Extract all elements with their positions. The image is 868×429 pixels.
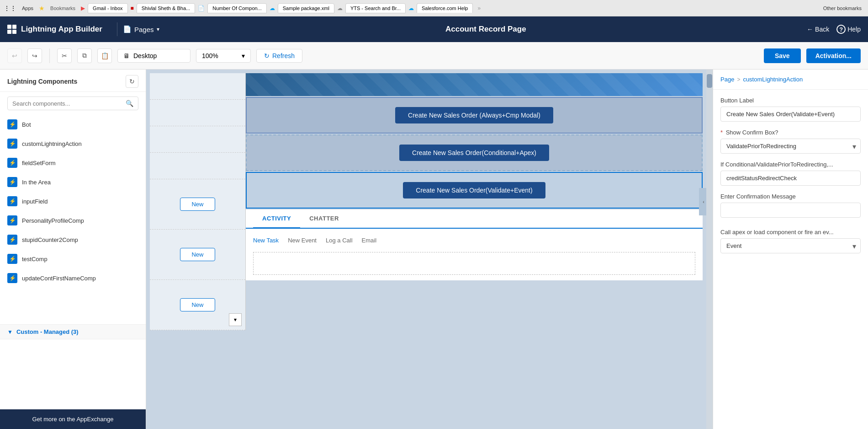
- paste-button[interactable]: 📋: [97, 48, 112, 63]
- search-box[interactable]: 🔍: [7, 97, 138, 110]
- list-item[interactable]: ⚡ stupidCounter2Comp: [0, 230, 146, 249]
- list-item[interactable]: ⚡ inputField: [0, 192, 146, 211]
- right-panel: Page > customLightningAction Button Labe…: [713, 70, 868, 429]
- show-confirm-select-wrapper: ValidatePriorToRedirecting Always Never …: [720, 139, 861, 154]
- device-label: Desktop: [133, 52, 157, 59]
- canvas-scroll[interactable]: New New New ▾ ‹: [146, 70, 713, 429]
- activation-button[interactable]: Activation...: [806, 48, 861, 63]
- list-item[interactable]: ⚡ fieldSetForm: [0, 153, 146, 172]
- app-name: Lightning App Builder: [21, 25, 102, 34]
- activity-tabs: New Task New Event Log a Call Email: [253, 234, 695, 247]
- canvas-header-band: [246, 73, 703, 96]
- main-layout: Lightning Components ↻ 🔍 ⚡ Bot ⚡ customL…: [0, 70, 868, 429]
- section-label: Custom - Managed (3): [16, 328, 79, 335]
- app-logo: Lightning App Builder: [7, 25, 117, 34]
- lightning-icon-5: ⚡: [7, 215, 17, 225]
- button-label-input[interactable]: [720, 107, 861, 122]
- lightning-icon-6: ⚡: [7, 235, 17, 245]
- confirm-message-input[interactable]: [720, 203, 861, 218]
- search-input[interactable]: [12, 100, 126, 107]
- component-name-8: updateContFirstNameComp: [22, 275, 96, 282]
- show-confirm-select[interactable]: ValidatePriorToRedirecting Always Never …: [720, 139, 861, 154]
- apps-tab[interactable]: Apps: [19, 5, 36, 12]
- nav-actions: ← Back ? Help: [807, 25, 861, 34]
- activity-tab-newtask[interactable]: New Task: [253, 234, 279, 247]
- list-item[interactable]: ⚡ customLightningAction: [0, 134, 146, 153]
- right-panel-header: Page > customLightningAction: [713, 70, 868, 90]
- other-bookmarks[interactable]: Other bookmarks: [820, 5, 864, 12]
- back-button[interactable]: ← Back: [807, 26, 829, 33]
- zoom-chevron-icon: ▾: [242, 52, 245, 59]
- save-button[interactable]: Save: [764, 48, 801, 63]
- activity-tab-newevent[interactable]: New Event: [288, 234, 317, 247]
- sidebar-header: Lightning Components ↻: [0, 70, 146, 92]
- tab-chatter[interactable]: CHATTER: [300, 209, 348, 228]
- redo-button[interactable]: ↪: [27, 48, 42, 63]
- refresh-label: Refresh: [272, 52, 295, 59]
- bookmarks-tab[interactable]: Bookmarks: [48, 5, 78, 12]
- pages-button[interactable]: 📄 Pages ▾: [117, 22, 165, 36]
- lightning-icon-8: ⚡: [7, 273, 17, 283]
- toolbar-separator-1: [49, 48, 50, 63]
- refresh-button[interactable]: ↻ Refresh: [256, 49, 302, 63]
- numcomp-tab[interactable]: Number Of Compon...: [207, 3, 267, 13]
- sales-order-button-3[interactable]: Create New Sales Order(Validate+Event): [403, 182, 545, 198]
- scrollbar-thumb[interactable]: [707, 74, 712, 88]
- device-select[interactable]: 🖥 Desktop: [117, 49, 191, 63]
- activity-tab-logcall[interactable]: Log a Call: [326, 234, 353, 247]
- top-nav: Lightning App Builder 📄 Pages ▾ Account …: [0, 16, 868, 42]
- list-item[interactable]: ⚡ PersonalityProfileComp: [0, 211, 146, 230]
- canvas-scrollbar[interactable]: [706, 70, 713, 429]
- cut-button[interactable]: ✂: [57, 48, 72, 63]
- grid-icon: ⋮⋮: [4, 5, 16, 12]
- confirm-message-label: Enter Confirmation Message: [720, 193, 861, 200]
- breadcrumb-parent[interactable]: Page: [720, 76, 734, 83]
- list-item[interactable]: ⚡ testComp: [0, 249, 146, 268]
- canvas-panel-row-1: [150, 73, 245, 100]
- custom-managed-section[interactable]: ▼ Custom - Managed (3): [0, 324, 146, 339]
- sidebar-refresh-icon: ↻: [129, 78, 135, 85]
- activity-section: New Task New Event Log a Call Email: [246, 229, 703, 280]
- new-button-2[interactable]: New: [180, 248, 215, 261]
- show-confirm-label: * Show Confirm Box?: [720, 129, 861, 136]
- breadcrumb-current[interactable]: customLightningAction: [743, 76, 803, 83]
- call-apex-label: Call apex or load component or fire an e…: [720, 229, 861, 236]
- copy-button[interactable]: ⧉: [77, 48, 92, 63]
- left-sidebar: Lightning Components ↻ 🔍 ⚡ Bot ⚡ customL…: [0, 70, 146, 429]
- help-icon: ?: [836, 25, 846, 34]
- tab-activity[interactable]: ACTIVITY: [253, 209, 300, 229]
- sidebar-refresh-button[interactable]: ↻: [126, 75, 138, 88]
- undo-button[interactable]: ↩: [7, 48, 22, 63]
- appexchange-banner[interactable]: Get more on the AppExchange: [0, 409, 146, 429]
- if-conditional-input[interactable]: [720, 171, 861, 186]
- component-name-5: PersonalityProfileComp: [22, 217, 84, 224]
- component-name-6: stupidCounter2Comp: [22, 236, 78, 243]
- drop-arrow-button[interactable]: ▾: [229, 313, 242, 326]
- lightning-icon-1: ⚡: [7, 139, 17, 149]
- help-button[interactable]: ? Help: [836, 25, 861, 34]
- list-item[interactable]: ⚡ In the Area: [0, 172, 146, 192]
- call-apex-select[interactable]: Event Apex Component: [720, 238, 861, 253]
- activity-tab-email[interactable]: Email: [362, 234, 377, 247]
- button-label-field-label: Button Label: [720, 97, 861, 104]
- section-chevron-icon: ▼: [7, 329, 13, 335]
- new-button-3[interactable]: New: [180, 298, 215, 311]
- activity-input-area[interactable]: [253, 252, 695, 275]
- lightning-icon-7: ⚡: [7, 254, 17, 264]
- new-button-1[interactable]: New: [180, 198, 215, 211]
- gmail-tab[interactable]: Gmail - Inbox: [88, 3, 127, 13]
- zoom-select[interactable]: 100% ▾: [196, 49, 251, 63]
- list-item[interactable]: ⚡ Bot: [0, 115, 146, 134]
- if-conditional-label: If Conditional/ValidatePriorToRedirectin…: [720, 161, 861, 168]
- canvas-tab-bar: ACTIVITY CHATTER: [246, 209, 703, 229]
- button-section-1: Create New Sales Order (Always+Cmp Modal…: [246, 97, 703, 134]
- sidebar-title: Lightning Components: [7, 78, 77, 85]
- refresh-icon: ↻: [264, 52, 270, 59]
- sales-order-button-2[interactable]: Create New Sales Order(Conditional+Apex): [399, 145, 549, 161]
- sf-help-tab[interactable]: Salesforce.com Help: [417, 3, 473, 13]
- yts-tab[interactable]: YTS - Search and Br...: [345, 3, 406, 13]
- list-item[interactable]: ⚡ updateContFirstNameComp: [0, 268, 146, 288]
- sales-order-button-1[interactable]: Create New Sales Order (Always+Cmp Modal…: [395, 107, 553, 123]
- sample-tab[interactable]: Sample package.xml: [278, 3, 334, 13]
- shivlal-tab[interactable]: Shivlal Sheth & Bha...: [137, 3, 195, 13]
